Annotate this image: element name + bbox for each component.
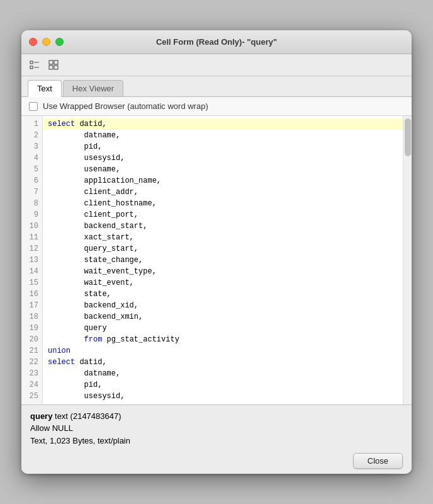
svg-rect-0: [30, 61, 33, 64]
code-line: state_change,: [43, 255, 403, 266]
code-line: client_addr,: [43, 186, 403, 198]
main-window: Cell Form (Read Only)- "query" Text Hex …: [21, 30, 412, 474]
content-area: 1234567891011121314151617181920212223242…: [21, 116, 412, 404]
tab-hex-viewer[interactable]: Hex Viewer: [63, 80, 123, 96]
scrollbar-track[interactable]: [403, 116, 412, 404]
code-line: query: [43, 323, 403, 334]
code-line: wait_event_type,: [43, 266, 403, 277]
svg-rect-1: [30, 66, 33, 69]
footer-actions: Close: [30, 453, 403, 469]
code-line: backend_xid,: [43, 300, 403, 311]
code-line: query_start,: [43, 243, 403, 255]
wrap-browser-label: Use Wrapped Browser (automatic word wrap…: [43, 101, 208, 111]
code-line: xact_start,: [43, 232, 403, 243]
code-line: datname,: [43, 130, 403, 141]
traffic-lights: [29, 38, 64, 46]
maximize-button[interactable]: [55, 38, 64, 46]
footer-null-info: Allow NULL: [30, 422, 403, 435]
code-line: pid,: [43, 141, 403, 152]
svg-rect-5: [54, 60, 58, 64]
tab-text[interactable]: Text: [28, 80, 62, 97]
code-line: select datid,: [43, 118, 403, 130]
code-line: datname,: [43, 368, 403, 379]
svg-rect-7: [54, 66, 58, 69]
window-title: Cell Form (Read Only)- "query": [156, 37, 277, 47]
tabs-bar: Text Hex Viewer: [21, 76, 412, 97]
footer-field-type-value: text (2147483647): [55, 411, 121, 421]
code-wrapper: 1234567891011121314151617181920212223242…: [21, 116, 412, 404]
code-line: backend_xmin,: [43, 311, 403, 323]
code-line: usename,: [43, 164, 403, 175]
code-line: from pg_stat_activity: [43, 334, 403, 345]
code-line: pid,: [43, 379, 403, 391]
wrap-browser-checkbox[interactable]: [29, 102, 38, 111]
close-button[interactable]: [29, 38, 37, 46]
filter-icon[interactable]: [28, 58, 42, 72]
code-line: usesysid,: [43, 391, 403, 402]
grid-icon[interactable]: [47, 58, 60, 72]
footer-field-name: query: [30, 411, 52, 421]
footer: query text (2147483647) Allow NULL Text,…: [21, 404, 412, 474]
code-line: client_hostname,: [43, 198, 403, 209]
minimize-button[interactable]: [42, 38, 50, 46]
footer-size-info: Text, 1,023 Bytes, text/plain: [30, 435, 403, 447]
code-line: usesysid,: [43, 152, 403, 164]
code-line: union: [43, 345, 403, 357]
line-numbers: 1234567891011121314151617181920212223242…: [21, 116, 43, 404]
close-button[interactable]: Close: [353, 453, 403, 469]
code-line: client_port,: [43, 209, 403, 220]
title-bar: Cell Form (Read Only)- "query": [21, 30, 412, 54]
scrollbar-thumb[interactable]: [405, 118, 411, 156]
code-line: backend_start,: [43, 220, 403, 232]
toolbar: [21, 54, 412, 76]
svg-rect-6: [49, 66, 53, 69]
code-content[interactable]: select datid, datname, pid, usesysid, us…: [43, 116, 403, 404]
svg-rect-4: [49, 60, 53, 64]
options-bar: Use Wrapped Browser (automatic word wrap…: [21, 97, 412, 116]
footer-field-info: query text (2147483647): [30, 411, 403, 421]
code-line: state,: [43, 289, 403, 300]
code-line: application_name,: [43, 175, 403, 186]
code-line: select datid,: [43, 357, 403, 368]
code-line: wait_event,: [43, 277, 403, 289]
